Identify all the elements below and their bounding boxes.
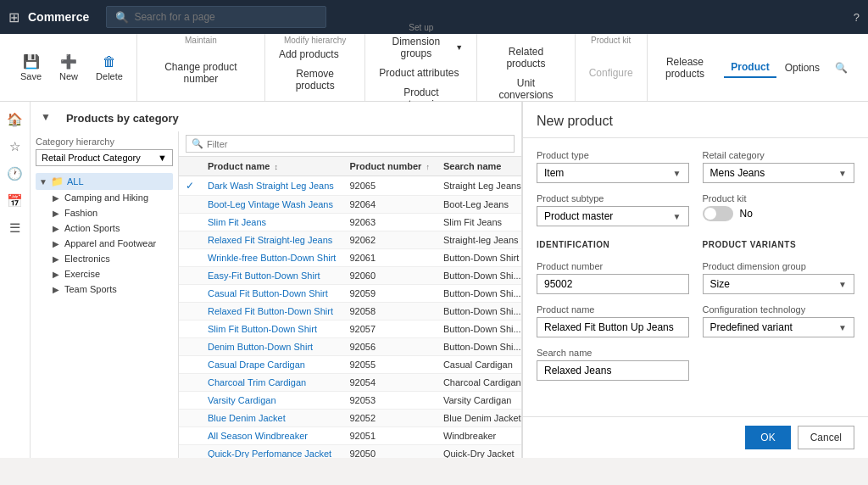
category-item-team[interactable]: ▶ Team Sports (49, 282, 173, 297)
col-name[interactable]: Product name ↕ (201, 157, 342, 176)
delete-button[interactable]: 🗑 Delete (89, 51, 130, 85)
row-search-name: Button-Down Shi... (437, 267, 521, 285)
row-product-name[interactable]: Varsity Cardigan (201, 392, 342, 410)
row-product-name[interactable]: Relaxed Fit Straight-leg Jeans (201, 231, 342, 249)
row-product-number: 92053 (342, 392, 437, 410)
dimension-groups-button[interactable]: Dimension groups ▼ (372, 32, 470, 63)
sort-icon: ↕ (274, 163, 278, 171)
unit-conversions-button[interactable]: Unit conversions (484, 74, 567, 104)
clock-icon[interactable]: 🕐 (3, 163, 27, 185)
configure-button[interactable]: Configure (582, 64, 640, 82)
row-product-name[interactable]: Quick-Dry Perfomance Jacket (201, 445, 342, 459)
category-item-fashion[interactable]: ▶ Fashion (49, 205, 173, 220)
row-check (179, 392, 201, 410)
release-products-tab[interactable]: Release products (648, 53, 723, 83)
maintain-label: Maintain (144, 36, 258, 45)
np-subtype-select[interactable]: Product master ▼ (537, 206, 689, 226)
product-attributes-button[interactable]: Product attributes (372, 64, 470, 82)
table-row: Casual Fit Button-Down Shirt 92059 Butto… (179, 285, 521, 303)
row-check (179, 321, 201, 338)
row-product-name[interactable]: Casual Drape Cardigan (201, 356, 342, 374)
expand-icon: ▶ (53, 239, 61, 248)
category-item-electronics[interactable]: ▶ Electronics (49, 251, 173, 266)
np-config-tech-select[interactable]: Predefined variant ▼ (703, 317, 855, 337)
np-kit-label: Product kit (703, 193, 855, 203)
category-item-camping[interactable]: ▶ Camping and Hiking (49, 190, 173, 205)
np-product-name-input[interactable] (537, 317, 689, 337)
row-product-name[interactable]: Dark Wash Straight Leg Jeans (201, 176, 342, 196)
save-button[interactable]: 💾 Save (14, 50, 48, 85)
cancel-button[interactable]: Cancel (798, 426, 854, 449)
global-search[interactable]: 🔍 (106, 6, 326, 28)
star-icon[interactable]: ☆ (3, 136, 27, 158)
ok-button[interactable]: OK (745, 426, 790, 449)
row-product-name[interactable]: Easy-Fit Button-Down Shirt (201, 267, 342, 285)
np-search-name-input[interactable] (537, 360, 689, 381)
filter-search-icon: 🔍 (192, 138, 203, 149)
options-tab[interactable]: Options (778, 59, 826, 77)
calendar-icon[interactable]: 📅 (3, 190, 27, 212)
np-product-type-field: Product type Item ▼ (537, 150, 689, 183)
row-product-number: 92057 (342, 321, 437, 338)
row-product-name[interactable]: All Season Windbreaker (201, 427, 342, 445)
np-row-5: Search name (537, 348, 854, 381)
row-search-name: Boot-Leg Jeans (437, 196, 521, 214)
np-row-1: Product type Item ▼ Retail category Mens… (537, 150, 854, 183)
np-row-2: Product subtype Product master ▼ Product… (537, 193, 854, 226)
row-product-name[interactable]: Wrinkle-free Button-Down Shirt (201, 249, 342, 267)
row-product-name[interactable]: Casual Fit Button-Down Shirt (201, 285, 342, 303)
table-container: Product name ↕ Product number ↑ Search n… (179, 157, 521, 458)
row-product-name[interactable]: Slim Fit Button-Down Shirt (201, 321, 342, 338)
identification-section: IDENTIFICATION (537, 237, 689, 256)
row-product-name[interactable]: Boot-Leg Vintage Wash Jeans (201, 196, 342, 214)
row-search-name: Blue Denim Jacket (437, 410, 521, 427)
col-number[interactable]: Product number ↑ (342, 157, 437, 176)
np-retail-category-select[interactable]: Mens Jeans ▼ (703, 163, 855, 183)
row-check (179, 427, 201, 445)
search-toolbar-icon[interactable]: 🔍 (828, 59, 854, 77)
np-sections-row: IDENTIFICATION PRODUCT VARIANTS (537, 237, 854, 256)
related-products-button[interactable]: Related products (484, 42, 567, 73)
remove-products-button[interactable]: Remove products (272, 64, 358, 95)
grid-icon[interactable]: ⊞ (8, 9, 19, 25)
variants-section: PRODUCT VARIANTS (703, 237, 855, 256)
row-product-number: 92055 (342, 356, 437, 374)
filter-input[interactable] (207, 139, 509, 149)
search-input[interactable] (134, 11, 317, 23)
toolbar-kit: Product kit Configure (576, 34, 648, 101)
row-product-name[interactable]: Charcoal Trim Cardigan (201, 374, 342, 392)
row-product-name[interactable]: Denim Button-Down Shirt (201, 338, 342, 356)
row-product-name[interactable]: Blue Denim Jacket (201, 410, 342, 427)
help-icon[interactable]: ? (854, 11, 860, 24)
search-icon: 🔍 (115, 11, 129, 24)
category-item-apparel[interactable]: ▶ Apparel and Footwear (49, 236, 173, 251)
products-table: Product name ↕ Product number ↑ Search n… (179, 157, 521, 458)
select-arrow: ▼ (838, 169, 847, 178)
row-product-number: 92059 (342, 285, 437, 303)
add-products-button[interactable]: Add products (272, 45, 346, 64)
row-product-name[interactable]: Relaxed Fit Button-Down Shirt (201, 303, 342, 321)
table-row: Varsity Cardigan 92053 Varsity Cardigan (179, 392, 521, 410)
category-item-all[interactable]: ▼ 📁 ALL (36, 173, 173, 190)
row-product-name[interactable]: Slim Fit Jeans (201, 214, 342, 231)
category-item-action[interactable]: ▶ Action Sports (49, 220, 173, 236)
new-button[interactable]: ➕ New (52, 50, 86, 85)
select-arrow: ▼ (673, 212, 682, 221)
folder-icon: 📁 (51, 176, 64, 187)
home-icon[interactable]: 🏠 (3, 109, 27, 131)
panel-header: ▼ Products by category (31, 102, 521, 131)
table-row: Charcoal Trim Cardigan 92054 Charcoal Ca… (179, 374, 521, 392)
category-dropdown[interactable]: Retail Product Category ▼ (36, 149, 173, 166)
select-arrow: ▼ (838, 280, 847, 289)
np-row-4: Product name Configuration technology Pr… (537, 304, 854, 337)
np-product-type-select[interactable]: Item ▼ (537, 163, 689, 183)
product-tab[interactable]: Product (724, 58, 776, 78)
np-kit-toggle[interactable] (703, 206, 733, 221)
change-product-number-button[interactable]: Change product number (144, 58, 258, 88)
category-item-exercise[interactable]: ▶ Exercise (49, 266, 173, 282)
row-check (179, 356, 201, 374)
list-icon[interactable]: ☰ (3, 217, 27, 239)
np-product-number-input[interactable] (537, 274, 689, 294)
filter-icon[interactable]: ▼ (37, 108, 54, 126)
np-dimension-group-select[interactable]: Size ▼ (703, 274, 855, 294)
